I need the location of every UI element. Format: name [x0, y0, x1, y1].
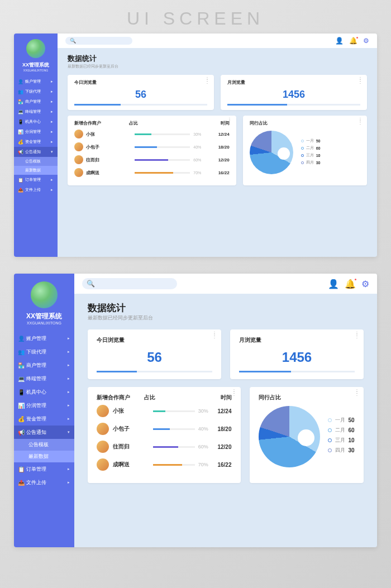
bell-icon[interactable]: 🔔: [345, 279, 356, 289]
chevron-down-icon: ▾: [51, 150, 53, 154]
row-time: 18/20: [201, 145, 229, 150]
avatar[interactable]: [26, 39, 45, 58]
chevron-right-icon: ▸: [51, 140, 53, 144]
more-icon[interactable]: ⋮⋮: [212, 333, 217, 337]
sidebar-item[interactable]: 💻终端管理▸: [14, 107, 58, 117]
sidebar-item[interactable]: 📊分润管理▸: [14, 127, 58, 137]
legend-dot: [328, 428, 332, 432]
more-icon[interactable]: ⋮⋮: [204, 78, 209, 83]
sidebar-item-label: 订单管理: [26, 466, 46, 473]
legend-dot: [328, 418, 332, 422]
sidebar-item[interactable]: 👥下级代理▸: [14, 87, 58, 97]
merchant-name: 成啊送: [86, 170, 135, 176]
chevron-right-icon: ▸: [68, 403, 70, 408]
sidebar-item[interactable]: 💻终端管理▸: [14, 372, 74, 385]
sidebar-item[interactable]: 📱机具中心▸: [14, 117, 58, 127]
stat-value: 56: [97, 350, 212, 365]
pie-chart: [259, 406, 320, 467]
chevron-right-icon: ▸: [51, 99, 53, 104]
sidebar-item[interactable]: 💰资金管理▸: [14, 137, 58, 147]
sidebar-item-label: 分润管理: [26, 402, 46, 409]
table-header: 新增合作商户 占比 时间: [97, 394, 232, 401]
stat-label: 月浏览量: [239, 336, 355, 344]
sidebar-item[interactable]: 👤账户管理▸: [14, 332, 74, 345]
search-input[interactable]: 🔍: [65, 37, 132, 45]
pie-card: ⋮⋮ 同行占比 一月50二月60三月10四月30: [250, 387, 364, 483]
sidebar-item[interactable]: 📊分润管理▸: [14, 399, 74, 412]
chevron-right-icon: ▸: [51, 109, 53, 114]
terminal-icon: 💻: [18, 109, 23, 114]
sidebar-item[interactable]: 📋订单管理▸: [14, 462, 74, 476]
sidebar-item[interactable]: 📋订单管理▸: [14, 175, 58, 185]
sidebar-item-label: 机具中心: [26, 389, 46, 396]
sidebar-item[interactable]: 🏪商户管理▸: [14, 358, 74, 372]
more-icon[interactable]: ⋮⋮: [357, 78, 363, 83]
avatar[interactable]: [31, 281, 58, 308]
sidebar-item[interactable]: 📱机具中心▸: [14, 385, 74, 399]
legend-dot: [301, 147, 304, 150]
chevron-right-icon: ▸: [51, 130, 53, 134]
sidebar-subitem[interactable]: 公告模板: [14, 157, 58, 166]
sidebar-item[interactable]: 📤文件上传▸: [14, 476, 74, 489]
chevron-right-icon: ▸: [68, 390, 70, 394]
device-icon: 📱: [18, 389, 24, 395]
sidebar-item[interactable]: 👥下级代理▸: [14, 345, 74, 358]
sidebar-item[interactable]: 👤账户管理▸: [14, 77, 58, 87]
sidebar-item-label: 资金管理: [25, 139, 41, 145]
more-icon[interactable]: ⋮⋮: [231, 390, 236, 395]
merchant-avatar: [97, 423, 109, 435]
more-icon[interactable]: ⋮⋮: [227, 119, 232, 123]
chevron-right-icon: ▸: [68, 467, 70, 471]
sidebar-item[interactable]: 📢公告通知▾: [14, 147, 58, 157]
gear-icon[interactable]: ⚙: [361, 279, 369, 289]
more-icon[interactable]: ⋮⋮: [354, 390, 359, 395]
share-icon: 📊: [18, 130, 23, 134]
legend-dot: [301, 154, 304, 157]
legend-item: 二月60: [328, 427, 355, 434]
th-time: 时间: [202, 120, 230, 126]
sidebar-item-label: 账户管理: [26, 335, 46, 342]
sidebar-item-label: 分润管理: [25, 129, 41, 135]
table-row: 往而归60%12/20: [74, 155, 230, 164]
table-row: 小张30%12/24: [97, 405, 232, 417]
stat-label: 月浏览量: [227, 79, 360, 85]
chevron-right-icon: ▸: [68, 376, 70, 381]
stat-label: 今日浏览量: [97, 336, 212, 344]
th-ratio: 占比: [144, 394, 208, 401]
sidebar-subitem[interactable]: 公告模板: [14, 439, 74, 451]
search-icon: 🔍: [70, 38, 76, 44]
progress-bar: [227, 104, 360, 106]
device-icon: 📱: [18, 119, 23, 124]
sidebar-item-label: 公告通知: [25, 149, 41, 155]
sidebar-item[interactable]: 📢公告通知▾: [14, 426, 74, 439]
search-input[interactable]: 🔍: [82, 278, 177, 289]
merchant-avatar: [74, 155, 83, 164]
sidebar-subitem[interactable]: 最新数据: [14, 166, 58, 175]
user-icon[interactable]: 👤: [328, 279, 339, 289]
page-subtitle: 最新数据已经同步更新至后台: [68, 64, 367, 69]
sidebar-item[interactable]: 💰资金管理▸: [14, 412, 74, 426]
users-icon: 👥: [18, 89, 23, 94]
more-icon[interactable]: ⋮⋮: [354, 333, 359, 337]
merchant-name: 成啊送: [113, 461, 153, 469]
gear-icon[interactable]: ⚙: [363, 37, 369, 45]
topbar-actions: 👤 🔔 ⚙: [335, 37, 369, 45]
bell-icon[interactable]: 🔔: [349, 37, 357, 45]
legend-value: 50: [349, 417, 355, 423]
sidebar-item[interactable]: 🏪商户管理▸: [14, 97, 58, 107]
stats-row: ⋮⋮今日浏览量56⋮⋮月浏览量1456: [68, 75, 367, 110]
merchants-card: ⋮⋮ 新增合作商户 占比 时间 小张30%12/24小包子40%18/20往而归…: [68, 116, 236, 185]
sidebar-item-label: 文件上传: [26, 479, 46, 486]
pie-chart: [250, 131, 293, 174]
sidebar-item[interactable]: 📤文件上传▸: [14, 185, 58, 195]
user-icon[interactable]: 👤: [335, 37, 344, 45]
chevron-right-icon: ▸: [51, 178, 53, 182]
sidebar-subitem[interactable]: 最新数据: [14, 451, 74, 462]
user-icon: 👤: [18, 79, 23, 84]
merchant-avatar: [74, 142, 83, 151]
more-icon[interactable]: ⋮⋮: [357, 119, 363, 123]
pie-card: ⋮⋮ 同行占比 一月50二月60三月10四月30: [243, 116, 367, 185]
chevron-down-icon: ▾: [68, 430, 70, 434]
upload-icon: 📤: [18, 480, 24, 485]
legend-dot: [328, 448, 332, 452]
